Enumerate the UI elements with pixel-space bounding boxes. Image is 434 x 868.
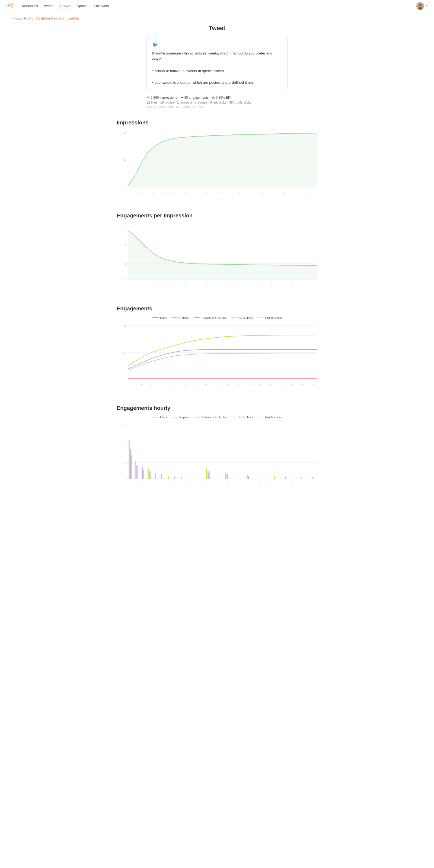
svg-rect-59 (301, 477, 302, 479)
svg-line-4 (9, 6, 12, 7)
engagements-x-labels: 3 PM Jun 16 5 PM Jun 16 7 PM Jun 16 9 PM… (117, 384, 317, 394)
tweet-text: If you're someone who schedules tweets, … (152, 51, 282, 86)
svg-rect-40 (137, 465, 138, 479)
nav-followers[interactable]: Followers (94, 4, 109, 8)
hourly-legend-profileclicks-color (257, 417, 264, 417)
page-title: Tweet (117, 25, 317, 32)
epi-section: Engagements per Impression 3 2 1 0 3 PM … (117, 213, 317, 294)
chevron-down-icon[interactable]: ▾ (426, 4, 428, 7)
hourly-legend-profileclicks: Profile clicks (257, 415, 282, 419)
epi-x-labels: 3 PM Jun 16 5 PM Jun 16 7 PM Jun 16 9 PM… (117, 285, 317, 294)
epi-title: Engagements per Impression (117, 213, 317, 219)
svg-rect-55 (247, 475, 248, 478)
tweet-stats: 👁 9,366 impressions ✦ 80 engagements ◎ 0… (146, 96, 288, 109)
hourly-x-labels: 3 PM Jun 16 5 PM Jun 16 7 PM Jun 16 9 PM… (117, 482, 317, 492)
legend-replies: Replies (171, 316, 189, 319)
hourly-legend-likes-color (152, 417, 159, 417)
legend-likes-color (152, 317, 159, 318)
logo[interactable] (6, 2, 14, 10)
engagements-section: Engagements Likes Replies Retweets & Quo… (117, 306, 317, 394)
svg-text:2: 2 (125, 243, 126, 247)
impressions-x-labels: 3 PM Jun 16 4 PM Jun 16 6 PM Jun 16 8 PM… (117, 192, 317, 202)
avatar[interactable] (416, 2, 424, 10)
svg-text:10: 10 (123, 442, 126, 446)
nav-user-area: ▾ (416, 2, 428, 10)
svg-rect-46 (161, 474, 162, 479)
legend-profileclicks-color (257, 317, 264, 318)
svg-rect-39 (135, 461, 136, 479)
svg-rect-43 (148, 468, 149, 479)
svg-rect-52 (209, 473, 210, 479)
svg-text:10k: 10k (122, 132, 126, 135)
nav-links: Dashboard Tweets Growth Spaces Followers (21, 4, 416, 8)
svg-rect-44 (149, 471, 150, 479)
svg-text:0: 0 (125, 278, 126, 282)
impressions-title: Impressions (117, 120, 317, 126)
svg-line-3 (9, 4, 12, 5)
svg-point-1 (11, 3, 13, 5)
svg-rect-41 (142, 467, 143, 479)
svg-text:20: 20 (123, 351, 126, 354)
twitter-bird-icon: 🐦 (152, 42, 282, 48)
epi-stat: ◎ 0.85% EPI (212, 96, 231, 99)
navbar: Dashboard Tweets Growth Spaces Followers… (0, 0, 434, 12)
legend-likes: Likes (152, 316, 167, 319)
svg-point-2 (11, 6, 13, 8)
legend-profileclicks: Profile clicks (257, 316, 282, 319)
epi-chart: 3 2 1 0 (117, 223, 317, 283)
legend-retweets-color (194, 317, 200, 318)
svg-rect-50 (206, 468, 207, 479)
svg-rect-49 (181, 477, 182, 479)
svg-point-0 (8, 5, 9, 6)
svg-rect-37 (130, 449, 131, 479)
engagements-stat: ✦ 80 engagements (181, 96, 209, 99)
engagements-chart: 40 20 0 (117, 322, 317, 382)
svg-rect-60 (312, 476, 313, 479)
svg-text:0: 0 (125, 477, 126, 480)
engagements-hourly-legend: Likes Replies Retweets & Quotes Link cli… (117, 415, 317, 419)
svg-rect-48 (174, 476, 175, 479)
svg-text:0: 0 (125, 378, 126, 381)
engagements-hourly-title: Engagements hourly (117, 405, 317, 411)
engagements-title: Engagements (117, 306, 317, 312)
svg-text:0: 0 (125, 185, 126, 189)
legend-retweets: Retweets & Quotes (194, 316, 227, 319)
legend-linkclicks-color (231, 317, 238, 318)
nav-growth[interactable]: Growth (60, 4, 71, 8)
nav-spaces[interactable]: Spaces (77, 4, 88, 8)
hourly-legend-linkclicks: Link clicks (231, 415, 253, 419)
svg-rect-57 (274, 476, 275, 479)
tweet-card: 🐦 If you're someone who schedules tweets… (146, 36, 288, 91)
engagements-hourly-section: Engagements hourly Likes Replies Retweet… (117, 405, 317, 492)
svg-rect-38 (131, 455, 133, 479)
svg-rect-54 (227, 474, 228, 479)
nav-tweets[interactable]: Tweets (44, 4, 55, 8)
svg-text:5: 5 (125, 461, 126, 464)
tweet-section: Tweet 🐦 If you're someone who schedules … (117, 25, 317, 109)
impressions-chart: 10k 5k 0 (117, 130, 317, 190)
svg-text:3: 3 (125, 225, 126, 228)
nav-dashboard[interactable]: Dashboard (21, 4, 38, 8)
breadcrumb: ← Back to @dr Dashboard or @dr Tweet lis… (0, 12, 434, 25)
svg-text:15: 15 (123, 424, 126, 427)
svg-rect-56 (248, 476, 249, 479)
svg-rect-42 (143, 470, 144, 479)
svg-rect-51 (207, 471, 209, 479)
hourly-legend-retweets-color (194, 417, 200, 417)
svg-rect-36 (128, 440, 129, 479)
breadcrumb-tweetlist-link[interactable]: @dr Tweet list (58, 16, 80, 20)
impressions-section: Impressions 10k 5k 0 3 PM Jun 16 4 PM Ju… (117, 120, 317, 202)
legend-replies-color (171, 317, 178, 318)
breadcrumb-dashboard-link[interactable]: @dr Dashboard (28, 16, 53, 20)
svg-text:5k: 5k (124, 159, 126, 162)
svg-rect-58 (285, 476, 286, 479)
hourly-legend-retweets: Retweets & Quotes (194, 415, 227, 419)
hourly-legend-likes: Likes (152, 415, 167, 419)
hourly-legend-replies-color (171, 417, 178, 417)
impressions-stat: 👁 9,366 impressions (146, 96, 177, 99)
svg-text:1: 1 (125, 262, 126, 266)
svg-rect-45 (154, 473, 156, 479)
svg-rect-53 (225, 472, 226, 478)
hourly-legend-replies: Replies (171, 415, 189, 419)
svg-text:40: 40 (123, 324, 126, 328)
